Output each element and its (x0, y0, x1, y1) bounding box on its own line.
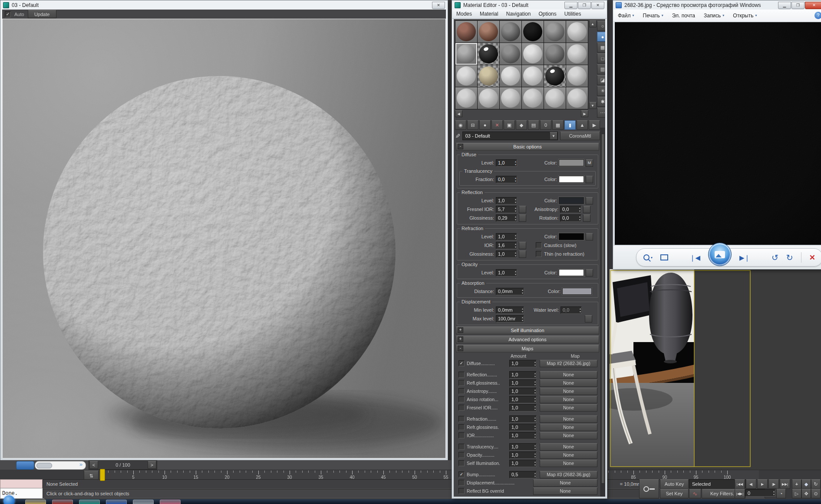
water-level-spinner[interactable]: 0,0 (561, 306, 582, 314)
translucency-map-button[interactable] (586, 176, 593, 183)
map-checkbox[interactable] (458, 380, 465, 386)
map-checkbox[interactable] (458, 444, 465, 450)
material-slot[interactable] (522, 43, 544, 65)
map-amount-spinner[interactable]: 1,0 (509, 404, 537, 412)
material-slot[interactable] (478, 21, 499, 43)
material-map-navigator-icon[interactable]: ⋯ (597, 108, 605, 118)
pv-menu-Открыть[interactable]: Открыть▾ (729, 11, 761, 20)
opacity-color-swatch[interactable] (559, 269, 584, 276)
refraction-glossiness-map-button[interactable] (519, 250, 526, 258)
material-slot[interactable] (566, 43, 588, 65)
me-scrollbar[interactable] (600, 128, 605, 497)
restore-icon[interactable]: ❐ (578, 2, 591, 9)
orbit-icon[interactable]: ↻ (811, 479, 821, 489)
map-checkbox[interactable] (458, 405, 465, 411)
map-amount-spinner[interactable]: 1,0 (509, 360, 537, 367)
rotate-cw-icon[interactable]: ↻ (786, 254, 793, 262)
map-checkbox[interactable] (458, 372, 465, 378)
pv-menu-Печать[interactable]: Печать▾ (639, 11, 668, 20)
zoom-extents-icon[interactable]: + (792, 479, 801, 489)
minimize-icon[interactable]: ▁ (564, 2, 577, 9)
caustics-checkbox[interactable] (536, 242, 542, 248)
map-checkbox[interactable] (458, 488, 465, 494)
expand-trackbar-icon[interactable]: » (79, 461, 82, 468)
material-slot[interactable] (455, 21, 477, 43)
material-id-channel-icon[interactable]: 0 (540, 120, 551, 130)
map-amount-spinner[interactable]: 1,0 (509, 415, 537, 423)
absorption-color-swatch[interactable] (562, 288, 592, 295)
material-slot[interactable] (544, 87, 566, 109)
refraction-level-spinner[interactable]: 1,0 (496, 233, 517, 240)
rotation-spinner[interactable]: 0,0 (560, 214, 581, 222)
glossiness-map-button[interactable] (519, 214, 526, 222)
map-checkbox[interactable] (458, 432, 465, 438)
anisotropy-spinner[interactable]: 0,0 (560, 206, 581, 213)
start-orb[interactable] (3, 495, 15, 504)
me-menu-utilities[interactable]: Utilities (561, 10, 585, 18)
map-slot-button[interactable]: Map #3 (2682-36.jpg) (540, 471, 597, 478)
map-amount-spinner[interactable]: 1,0 (509, 443, 537, 451)
map-checkbox[interactable] (458, 460, 465, 466)
map-amount-spinner[interactable]: 1,0 (509, 460, 537, 467)
material-slot[interactable] (500, 43, 521, 65)
rotation-map-button[interactable] (583, 214, 590, 222)
fit-to-window-icon[interactable] (660, 254, 668, 260)
make-material-copy-icon[interactable]: ▣ (504, 120, 515, 130)
time-slider-handle[interactable] (100, 469, 105, 481)
auto-key-button[interactable]: Auto Key (660, 479, 689, 489)
background-icon[interactable]: ● (597, 32, 605, 42)
close-icon[interactable]: ✕ (432, 2, 445, 9)
slots-scroll-down-icon[interactable]: ▼ (589, 102, 597, 109)
default-in-out-tangents-icon[interactable]: ∿ (689, 489, 701, 498)
trackbar-blue-button[interactable] (16, 461, 34, 470)
displacement-water-map-button[interactable] (585, 315, 592, 323)
play-slideshow-button[interactable] (708, 243, 732, 266)
taskbar-pink-app[interactable] (160, 500, 181, 504)
rollout-basic-options[interactable]: - Basic options (456, 143, 599, 151)
time-slider-mini-track[interactable] (35, 461, 86, 470)
material-slot[interactable] (455, 65, 477, 87)
taskbar-red-app[interactable] (52, 500, 73, 504)
render-window-titlebar[interactable]: 03 - Default ✕ (0, 0, 448, 10)
go-to-parent-icon[interactable]: ▲ (577, 120, 588, 130)
map-checkbox[interactable] (458, 388, 465, 394)
map-amount-spinner[interactable]: 1,0 (509, 371, 537, 379)
opacity-level-spinner[interactable]: 1,0 (496, 269, 517, 277)
assign-material-to-selection-icon[interactable]: ● (479, 120, 491, 130)
map-slot-button[interactable]: None (540, 396, 597, 403)
map-checkbox[interactable] (458, 424, 465, 430)
map-slot-button[interactable]: None (540, 424, 597, 431)
slots-scroll-up-icon[interactable]: ▲ (589, 20, 597, 27)
zoom-extents-all-icon[interactable]: ◆ (801, 479, 811, 489)
thin-checkbox[interactable] (536, 251, 542, 257)
video-color-check-icon[interactable]: ▥ (597, 64, 605, 74)
translucency-fraction-spinner[interactable]: 0,0 (496, 176, 517, 183)
help-icon[interactable]: ? (814, 12, 821, 19)
translucency-color-swatch[interactable] (559, 176, 584, 183)
material-slot[interactable] (522, 87, 544, 109)
sample-uv-tiling-icon[interactable]: □ (597, 53, 605, 63)
map-amount-spinner[interactable]: 0,5 (509, 471, 537, 478)
material-class-button[interactable]: CoronaMtl (560, 132, 600, 140)
fresnel-map-button[interactable] (519, 206, 526, 213)
map-checkbox[interactable] (458, 396, 465, 402)
ior-map-button[interactable] (519, 242, 526, 249)
diffuse-m-button[interactable]: M (586, 159, 593, 167)
map-amount-spinner[interactable]: 1,0 (509, 432, 537, 439)
select-by-material-icon[interactable]: ✱ (597, 97, 605, 107)
me-menu-navigation[interactable]: Navigation (502, 10, 535, 18)
zoom-button[interactable]: ▾ (643, 254, 653, 260)
set-key-button[interactable]: Set Key (660, 489, 689, 498)
show-map-in-viewport-icon[interactable]: ▦ (552, 120, 564, 130)
anisotropy-map-button[interactable] (583, 206, 590, 213)
photo-viewer-titlebar[interactable]: 2682-36.jpg - Средство просмотра фотогра… (613, 0, 821, 10)
me-menu-options[interactable]: Options (534, 10, 560, 18)
material-slot[interactable] (500, 21, 521, 43)
reflection-color-map-button[interactable] (586, 197, 593, 204)
refraction-glossiness-spinner[interactable]: 1,0 (496, 250, 517, 258)
material-slot[interactable] (566, 21, 588, 43)
diffuse-level-spinner[interactable]: 1,0 (496, 159, 517, 167)
zoom-region-icon[interactable]: ▷ (792, 489, 801, 498)
diffuse-color-swatch[interactable] (559, 159, 584, 166)
refraction-ior-spinner[interactable]: 1,6 (496, 242, 517, 249)
